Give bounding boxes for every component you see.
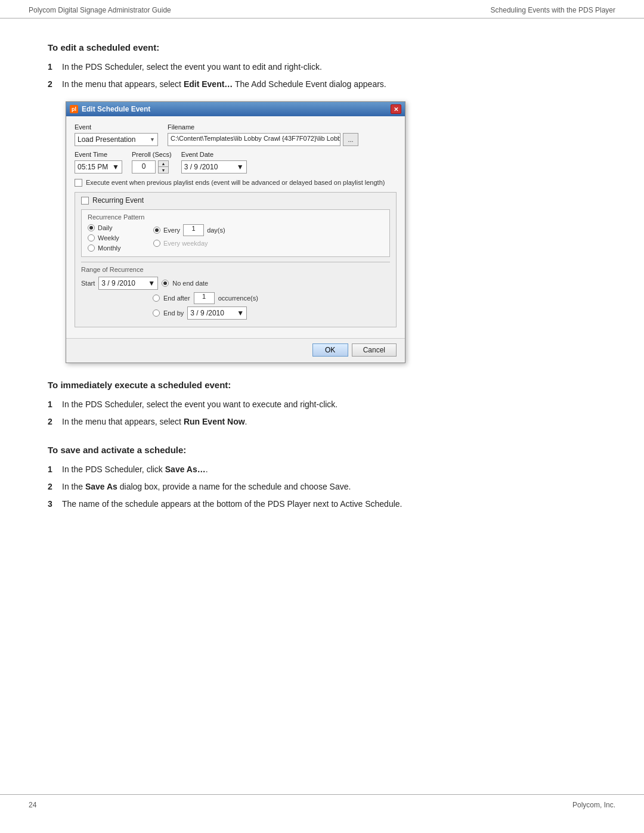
weekly-radio[interactable] — [88, 234, 95, 241]
event-time-group: Event Time 05:15 PM ▼ — [75, 151, 122, 174]
event-select[interactable]: Load Presentation ▼ — [75, 133, 158, 146]
monthly-radio-row: Monthly — [88, 244, 141, 252]
end-after-row: End after 1 occurrence(s) — [81, 292, 390, 304]
end-after-input[interactable]: 1 — [194, 292, 215, 304]
section3-step2: 2 In the Save As dialog box, provide a n… — [48, 481, 596, 493]
section1-steps: 1 In the PDS Scheduler, select the event… — [48, 61, 596, 91]
monthly-radio[interactable] — [88, 244, 95, 252]
event-value: Load Presentation — [78, 135, 135, 144]
every-row: Every 1 day(s) — [153, 224, 225, 236]
recurrence-pattern-box: Recurrence Pattern Daily — [81, 209, 390, 257]
time-preroll-date-row: Event Time 05:15 PM ▼ Preroll (Secs) — [75, 151, 397, 174]
daily-label: Daily — [98, 224, 112, 231]
event-date-select[interactable]: 3 / 9 /2010 ▼ — [181, 160, 247, 174]
end-after-label: End after — [163, 295, 190, 302]
range-of-recurrence-box: Range of Recurrence Start 3 / 9 /2010 ▼ … — [81, 262, 390, 320]
time-arrow: ▼ — [112, 163, 119, 171]
every-input[interactable]: 1 — [183, 224, 204, 236]
time-value: 05:15 PM — [78, 163, 108, 171]
end-by-label: End by — [163, 309, 184, 317]
no-end-date-label: No end date — [172, 280, 208, 287]
every-weekday-label: Every weekday — [163, 240, 208, 247]
start-label: Start — [81, 280, 95, 287]
page-header: Polycom Digital Signage Administrator Gu… — [0, 0, 644, 18]
header-left: Polycom Digital Signage Administrator Gu… — [29, 6, 171, 14]
section1-heading: To edit a scheduled event: — [48, 42, 596, 52]
occurrences-label: occurrence(s) — [218, 295, 258, 302]
every-weekday-row: Every weekday — [153, 240, 225, 247]
end-by-date-select[interactable]: 3 / 9 /2010 ▼ — [187, 306, 247, 320]
range-start-date[interactable]: 3 / 9 /2010 ▼ — [98, 277, 158, 290]
daily-radio[interactable] — [88, 224, 95, 231]
range-start-row: Start 3 / 9 /2010 ▼ No end date — [81, 277, 390, 290]
event-select-arrow: ▼ — [150, 137, 155, 143]
event-time-label: Event Time — [75, 151, 122, 158]
execute-text: Execute event when previous playlist end… — [86, 178, 385, 187]
end-by-radio[interactable] — [153, 309, 160, 317]
section-save-schedule: To save and activate a schedule: 1 In th… — [48, 445, 596, 510]
event-group: Event Load Presentation ▼ — [75, 123, 158, 146]
section3-step1: 1 In the PDS Scheduler, click Save As…. — [48, 463, 596, 476]
edit-schedule-dialog: pl Edit Schedule Event ✕ Event Load Pres… — [66, 101, 405, 363]
event-filename-row: Event Load Presentation ▼ Filename C:\Co… — [75, 123, 397, 146]
filename-group-outer: Filename C:\Content\Templates\lib Lobby … — [168, 123, 358, 146]
recurring-label: Recurring Event — [92, 196, 144, 205]
section3-heading: To save and activate a schedule: — [48, 445, 596, 455]
dialog-title: Edit Schedule Event — [82, 105, 150, 113]
section-edit-event: To edit a scheduled event: 1 In the PDS … — [48, 42, 596, 363]
preroll-up[interactable]: ▲ — [159, 161, 168, 167]
every-weekday-radio[interactable] — [153, 240, 160, 247]
filename-value: C:\Content\Templates\lib Lobby Crawl {43… — [171, 135, 340, 142]
footer-left: 24 — [29, 801, 36, 809]
section2-heading: To immediately execute a scheduled event… — [48, 380, 596, 390]
filename-input[interactable]: C:\Content\Templates\lib Lobby Crawl {43… — [168, 133, 340, 146]
weekly-radio-row: Weekly — [88, 234, 141, 241]
recurring-header: Recurring Event — [81, 196, 390, 205]
section1-step1: 1 In the PDS Scheduler, select the event… — [48, 61, 596, 73]
section3-step3: 3 The name of the schedule appears at th… — [48, 498, 596, 510]
dialog-body: Event Load Presentation ▼ Filename C:\Co… — [66, 116, 405, 338]
filename-label: Filename — [168, 123, 358, 131]
filename-row: C:\Content\Templates\lib Lobby Crawl {43… — [168, 133, 358, 146]
cancel-button[interactable]: Cancel — [352, 343, 397, 357]
event-time-select[interactable]: 05:15 PM ▼ — [75, 160, 122, 174]
execute-event-row: Execute event when previous playlist end… — [75, 178, 397, 187]
section2-step2: 2 In the menu that appears, select Run E… — [48, 416, 596, 428]
dialog-icon: pl — [70, 105, 78, 113]
footer-right: Polycom, Inc. — [572, 801, 615, 809]
daily-radio-row: Daily — [88, 224, 141, 231]
preroll-input[interactable]: 0 — [132, 160, 156, 174]
preroll-spinner: ▲ ▼ — [158, 160, 169, 174]
section2-steps: 1 In the PDS Scheduler, select the event… — [48, 398, 596, 428]
dialog-close-button[interactable]: ✕ — [391, 104, 401, 114]
event-date-group: Event Date 3 / 9 /2010 ▼ — [181, 151, 247, 174]
date-value: 3 / 9 /2010 — [184, 163, 218, 171]
dialog-wrapper: pl Edit Schedule Event ✕ Event Load Pres… — [66, 101, 596, 363]
no-end-date-radio[interactable] — [162, 280, 169, 287]
preroll-group: Preroll (Secs) 0 ▲ ▼ — [132, 151, 172, 174]
section1-step2: 2 In the menu that appears, select Edit … — [48, 78, 596, 91]
days-label: day(s) — [207, 227, 225, 234]
dialog-footer: OK Cancel — [66, 338, 405, 363]
every-label: Every — [163, 227, 180, 234]
preroll-label: Preroll (Secs) — [132, 151, 172, 158]
every-radio[interactable] — [153, 227, 160, 234]
browse-button[interactable]: ... — [343, 133, 358, 146]
end-by-date-value: 3 / 9 /2010 — [190, 309, 224, 317]
recurrence-pattern-label: Recurrence Pattern — [88, 213, 383, 221]
ok-button[interactable]: OK — [312, 343, 348, 357]
end-by-row: End by 3 / 9 /2010 ▼ — [81, 306, 390, 320]
section-execute-event: To immediately execute a scheduled event… — [48, 380, 596, 428]
section2-step1: 1 In the PDS Scheduler, select the event… — [48, 398, 596, 411]
range-label: Range of Recurrence — [81, 266, 390, 273]
execute-checkbox[interactable] — [75, 179, 82, 187]
recurring-checkbox[interactable] — [81, 197, 89, 205]
event-label: Event — [75, 123, 158, 131]
end-after-radio[interactable] — [153, 295, 160, 302]
date-arrow: ▼ — [237, 163, 244, 171]
range-start-date-value: 3 / 9 /2010 — [101, 279, 135, 287]
monthly-label: Monthly — [98, 244, 121, 252]
preroll-down[interactable]: ▼ — [159, 167, 168, 173]
page-footer: 24 Polycom, Inc. — [0, 794, 644, 815]
event-date-label: Event Date — [181, 151, 247, 158]
